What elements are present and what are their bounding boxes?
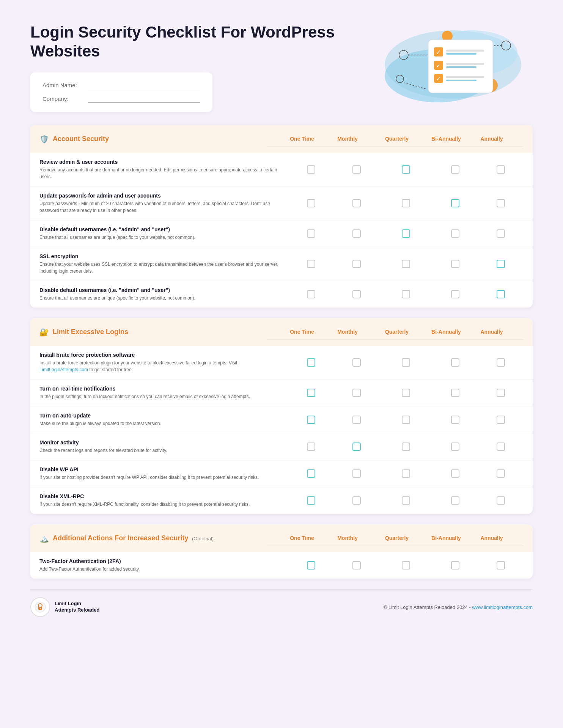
checkbox[interactable] bbox=[451, 496, 459, 505]
checkbox[interactable] bbox=[451, 561, 459, 570]
checkbox[interactable] bbox=[402, 165, 410, 174]
checkbox[interactable] bbox=[402, 416, 410, 424]
checkbox[interactable] bbox=[497, 165, 505, 174]
checkbox[interactable] bbox=[497, 260, 505, 268]
admin-name-row: Admin Name: bbox=[42, 82, 200, 89]
checkbox[interactable] bbox=[352, 469, 361, 478]
svg-rect-23 bbox=[446, 80, 477, 81]
checkbox[interactable] bbox=[451, 442, 459, 451]
checkbox[interactable] bbox=[451, 469, 459, 478]
checkbox[interactable] bbox=[402, 389, 410, 397]
check-cell bbox=[288, 561, 334, 570]
checkbox[interactable] bbox=[352, 290, 361, 298]
section-header-limit-logins: 🔐Limit Excessive LoginsOne TimeMonthlyQu… bbox=[30, 318, 533, 346]
check-cell bbox=[334, 358, 379, 367]
col-header-annually: Annually bbox=[469, 324, 514, 339]
row-title: Two-Factor Authentication (2FA) bbox=[39, 558, 282, 564]
checkbox[interactable] bbox=[352, 496, 361, 505]
checkbox[interactable] bbox=[352, 260, 361, 268]
svg-text:✓: ✓ bbox=[436, 49, 441, 55]
checkbox[interactable] bbox=[307, 229, 315, 238]
checkbox[interactable] bbox=[402, 229, 410, 238]
checkbox[interactable] bbox=[307, 358, 315, 367]
checkbox[interactable] bbox=[402, 260, 410, 268]
checkbox[interactable] bbox=[402, 496, 410, 505]
row-content: Two-Factor Authentication (2FA)Add Two-F… bbox=[39, 558, 288, 573]
checkbox[interactable] bbox=[497, 290, 505, 298]
section-icon-account-security: 🛡️ bbox=[39, 135, 49, 144]
checklist-row: Review admin & user accountsRemove any a… bbox=[30, 153, 533, 187]
check-cell bbox=[288, 442, 334, 451]
checkbox[interactable] bbox=[402, 442, 410, 451]
check-cell bbox=[288, 165, 334, 174]
checkbox[interactable] bbox=[352, 229, 361, 238]
checkbox[interactable] bbox=[451, 290, 459, 298]
checklist-row: SSL encryptionEnsure that your website u… bbox=[30, 247, 533, 281]
checkbox[interactable] bbox=[307, 290, 315, 298]
checkbox[interactable] bbox=[307, 561, 315, 570]
checkbox[interactable] bbox=[497, 442, 505, 451]
checklist-row: Disable default usernames (i.e. "admin" … bbox=[30, 220, 533, 247]
checkbox[interactable] bbox=[497, 496, 505, 505]
checkbox[interactable] bbox=[352, 389, 361, 397]
checkbox[interactable] bbox=[497, 389, 505, 397]
svg-text:✓: ✓ bbox=[436, 62, 441, 69]
check-cell bbox=[379, 199, 432, 207]
check-cell bbox=[478, 260, 524, 268]
checkbox[interactable] bbox=[451, 260, 459, 268]
checkbox[interactable] bbox=[307, 165, 315, 174]
checklist-row: Monitor activityCheck the recent logs an… bbox=[30, 433, 533, 460]
checkbox[interactable] bbox=[451, 165, 459, 174]
checkbox[interactable] bbox=[402, 469, 410, 478]
check-cell bbox=[432, 165, 478, 174]
checkbox[interactable] bbox=[307, 416, 315, 424]
svg-point-27 bbox=[40, 608, 41, 609]
checkbox[interactable] bbox=[307, 389, 315, 397]
checkbox[interactable] bbox=[451, 358, 459, 367]
checkbox[interactable] bbox=[307, 260, 315, 268]
checkbox[interactable] bbox=[497, 469, 505, 478]
row-link[interactable]: LimitLoginAttempts.com bbox=[39, 367, 88, 372]
checkbox[interactable] bbox=[352, 199, 361, 207]
svg-rect-22 bbox=[446, 76, 484, 78]
check-cell bbox=[288, 290, 334, 298]
checkbox[interactable] bbox=[352, 561, 361, 570]
footer-link[interactable]: www.limitloginattempts.com bbox=[472, 604, 533, 610]
checkbox[interactable] bbox=[352, 165, 361, 174]
check-cell bbox=[334, 442, 379, 451]
row-content: Disable WP APIIf your site or hosting pr… bbox=[39, 466, 288, 481]
admin-name-line[interactable] bbox=[88, 82, 200, 89]
checkbox[interactable] bbox=[402, 199, 410, 207]
checkbox[interactable] bbox=[451, 389, 459, 397]
checklist-row: Disable XML-RPCIf your site doesn't requ… bbox=[30, 487, 533, 514]
checkbox[interactable] bbox=[497, 199, 505, 207]
check-cell bbox=[334, 229, 379, 238]
checklist-row: Two-Factor Authentication (2FA)Add Two-F… bbox=[30, 552, 533, 579]
checkbox[interactable] bbox=[352, 416, 361, 424]
checkbox[interactable] bbox=[497, 358, 505, 367]
checkbox[interactable] bbox=[307, 496, 315, 505]
column-headers: One TimeMonthlyQuarterlyBi-AnnuallyAnnua… bbox=[267, 324, 524, 340]
checkbox[interactable] bbox=[451, 416, 459, 424]
check-cell bbox=[432, 290, 478, 298]
check-cell bbox=[478, 416, 524, 424]
checkbox[interactable] bbox=[402, 290, 410, 298]
checkbox[interactable] bbox=[497, 416, 505, 424]
checkbox[interactable] bbox=[352, 442, 361, 451]
svg-rect-21 bbox=[446, 66, 477, 68]
checkbox[interactable] bbox=[402, 358, 410, 367]
checkbox[interactable] bbox=[497, 561, 505, 570]
checkbox[interactable] bbox=[402, 561, 410, 570]
company-line[interactable] bbox=[88, 95, 200, 103]
checkbox[interactable] bbox=[307, 442, 315, 451]
checkbox[interactable] bbox=[451, 199, 459, 207]
check-cell bbox=[334, 561, 379, 570]
page-header: Login Security Checklist For WordPress W… bbox=[30, 15, 533, 114]
checkbox[interactable] bbox=[307, 469, 315, 478]
row-title: Turn on auto-update bbox=[39, 413, 282, 419]
checkbox[interactable] bbox=[307, 199, 315, 207]
checkbox[interactable] bbox=[451, 229, 459, 238]
checkbox[interactable] bbox=[352, 358, 361, 367]
checkbox[interactable] bbox=[497, 229, 505, 238]
row-content: Turn on auto-updateMake sure the plugin … bbox=[39, 413, 288, 427]
